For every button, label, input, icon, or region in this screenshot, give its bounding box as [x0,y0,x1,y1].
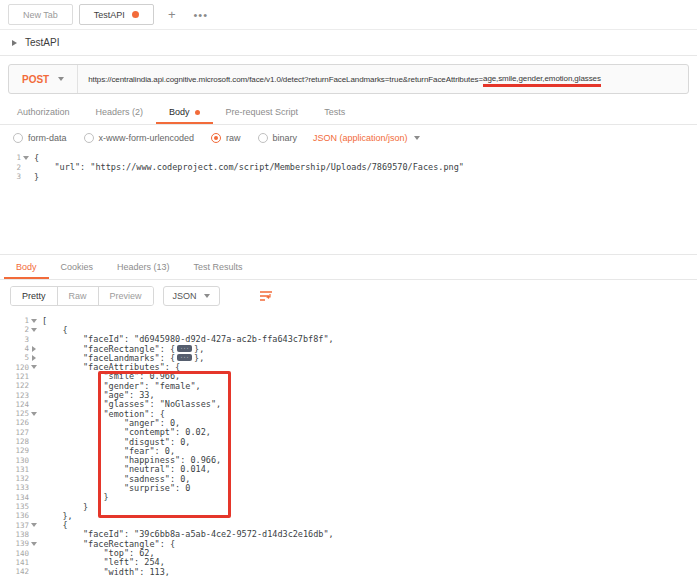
code-line: 134 } [0,493,697,502]
fold-toggle-icon[interactable] [29,319,38,323]
fold-toggle-icon[interactable] [29,328,38,332]
content-type-selector[interactable]: JSON (application/json) [313,133,420,143]
code-line: 4 "faceRectangle": {···}, [0,344,697,353]
code-line: 128 "disgust": 0, [0,437,697,446]
line-number: 3 [0,172,30,181]
body-type-raw[interactable]: raw [211,133,241,143]
content-type-label: JSON (application/json) [313,133,408,143]
fold-toggle-icon[interactable] [29,365,38,369]
code-line: 120 "faceAttributes": { [0,362,697,371]
request-tab-pre-request-script[interactable]: Pre-request Script [213,100,312,124]
request-tab-headers-2[interactable]: Headers (2) [83,100,157,124]
unsaved-dot-icon [132,11,139,18]
view-mode-preview[interactable]: Preview [99,287,153,305]
request-body-editor[interactable]: 1{2 "url": "https://www.codeproject.com/… [0,151,697,254]
window-tab-new-tab[interactable]: New Tab [8,4,73,25]
response-tab-test-results[interactable]: Test Results [182,255,255,279]
chevron-down-icon [58,77,64,81]
code-line: 142 "width": 113, [0,567,697,576]
code-line: 127 "contempt": 0.02, [0,428,697,437]
line-number: 125 [0,409,38,418]
line-number: 140 [0,549,38,558]
line-number: 142 [0,567,38,576]
radio-label: x-www-form-urlencoded [99,133,195,143]
request-tab-tests[interactable]: Tests [311,100,358,124]
line-number: 124 [0,400,38,409]
wrap-text-icon[interactable] [259,290,273,302]
tab-label: Tests [324,107,345,117]
line-number: 128 [0,437,38,446]
collection-expand-icon[interactable] [12,40,17,46]
line-number: 137 [0,521,38,530]
line-number: 141 [0,558,38,567]
new-tab-button[interactable]: + [162,5,182,25]
radio-icon [13,133,23,143]
response-toolbar: PrettyRawPreview JSON [0,280,697,312]
fold-toggle-icon[interactable] [21,156,30,160]
method-label: POST [22,74,49,85]
code-line: 131 "neutral": 0.014, [0,465,697,474]
radio-label: raw [226,133,241,143]
tab-label: Headers (2) [96,107,144,117]
url-input[interactable]: https://centralindia.api.cognitive.micro… [78,65,688,93]
code-line: 124 "glasses": "NoGlasses", [0,400,697,409]
line-number: 2 [0,325,38,334]
code-line: 5 "faceLandmarks": {···}, [0,353,697,362]
chevron-down-icon [414,136,420,140]
line-number: 138 [0,530,38,539]
tab-label: Authorization [17,107,70,117]
code-line: 140 "top": 62, [0,548,697,557]
request-tab-body[interactable]: Body [156,100,213,124]
view-mode-raw[interactable]: Raw [58,287,99,305]
collection-header[interactable]: TestAPI [0,30,697,56]
response-format-selector[interactable]: JSON [163,286,220,306]
tab-label: Body [169,107,190,117]
window-tab-bar: New TabTestAPI + ••• [0,0,697,30]
line-number: 127 [0,428,38,437]
radio-icon [211,133,221,143]
fold-toggle-icon[interactable] [29,412,38,416]
response-tab-headers-13[interactable]: Headers (13) [105,255,182,279]
tab-label: New Tab [23,10,58,20]
line-number: 5 [0,353,38,362]
body-type-binary[interactable]: binary [258,133,298,143]
body-type-form-data[interactable]: form-data [13,133,67,143]
tab-label: Pre-request Script [226,107,299,117]
response-view-modes: PrettyRawPreview [10,286,154,306]
line-number: 133 [0,483,38,492]
response-tabs: BodyCookiesHeaders (13)Test Results [0,254,697,280]
fold-toggle-icon[interactable] [29,355,38,361]
line-number: 135 [0,502,38,511]
fold-toggle-icon[interactable] [29,346,38,352]
response-tab-body[interactable]: Body [4,255,49,279]
radio-label: form-data [28,133,67,143]
request-tab-authorization[interactable]: Authorization [4,100,83,124]
collapsed-block-icon[interactable]: ··· [177,354,192,361]
window-tab-testapi[interactable]: TestAPI [79,4,154,25]
response-tab-cookies[interactable]: Cookies [49,255,106,279]
line-number: 129 [0,446,38,455]
url-text-highlight: age,smile,gender,emotion,glasses [483,74,601,84]
fold-toggle-icon[interactable] [29,542,38,546]
fold-toggle-icon[interactable] [29,523,38,527]
code-line: 3} [0,172,697,182]
body-type-x-www-form-urlencoded[interactable]: x-www-form-urlencoded [84,133,195,143]
line-number: 121 [0,372,38,381]
postman-window: New TabTestAPI + ••• TestAPI POST https:… [0,0,697,576]
code-line: 141 "left": 254, [0,558,697,567]
request-url-section: POST https://centralindia.api.cognitive.… [0,56,697,100]
request-tabs: AuthorizationHeaders (2)BodyPre-request … [0,100,697,125]
line-number: 3 [0,335,38,344]
line-number: 130 [0,456,38,465]
line-number: 2 [0,163,30,172]
method-selector[interactable]: POST [9,65,78,93]
view-mode-pretty[interactable]: Pretty [11,287,58,305]
format-label: JSON [173,291,197,301]
response-body-viewer[interactable]: 1[2 {3 "faceId": "d6945980-d92d-427a-ac2… [0,312,697,576]
code-line: 130 "happiness": 0.966, [0,455,697,464]
collapsed-block-icon[interactable]: ··· [177,345,192,352]
code-line: 2 { [0,325,697,334]
code-line: 132 "sadness": 0, [0,474,697,483]
tab-options-button[interactable]: ••• [189,9,212,21]
active-dot-icon [195,110,200,115]
